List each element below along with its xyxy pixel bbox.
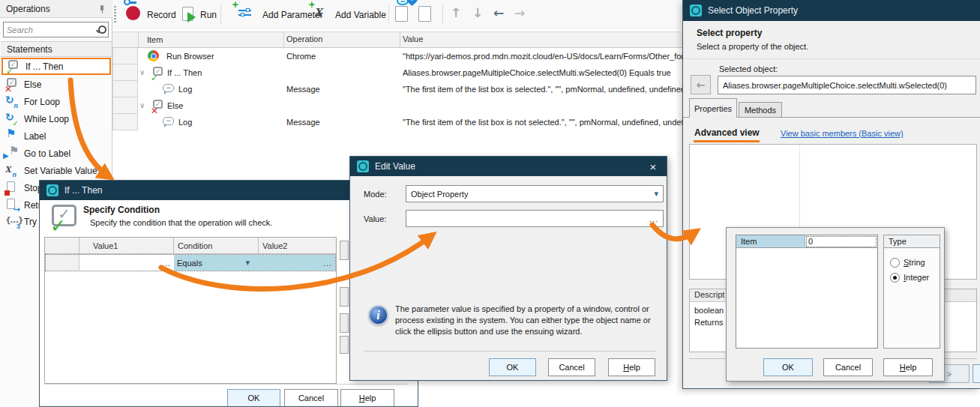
condition-grid: Value1 Condition Value2 ... Equals ... xyxy=(44,237,337,384)
basic-view-link[interactable]: View basic members (Basic view) xyxy=(781,129,904,138)
sidebar-item-go-to-label[interactable]: Go to Label xyxy=(1,145,111,162)
side-button-partial[interactable] xyxy=(340,287,349,307)
sidebar-item-else[interactable]: Else xyxy=(1,76,111,93)
radio-integer[interactable]: Integer xyxy=(890,273,929,283)
row-value: "https://yari-demos.prod.mdn.mozit.cloud… xyxy=(403,52,684,61)
chevron-down-icon[interactable] xyxy=(139,69,145,76)
sidebar-item-if-then[interactable]: If ... Then xyxy=(1,58,111,75)
condition-cell[interactable]: Equals xyxy=(174,255,259,271)
pin-icon[interactable] xyxy=(97,4,106,13)
row-operation: Message xyxy=(286,85,320,94)
add-variable-button[interactable]: Add Variable xyxy=(335,10,386,20)
item-value-cell[interactable]: 0 xyxy=(805,235,877,248)
side-button-partial[interactable] xyxy=(340,241,349,260)
move-up-icon[interactable]: ↑ xyxy=(451,5,461,20)
row-header-cell[interactable] xyxy=(112,114,138,130)
record-button[interactable]: Record xyxy=(147,10,176,20)
operation-gear-icon xyxy=(357,160,369,172)
help-button[interactable]: Help xyxy=(608,358,655,376)
radio-label: Integer xyxy=(904,273,929,282)
outdent-icon[interactable]: ← xyxy=(493,5,504,20)
statements-label: Statements xyxy=(7,44,52,55)
help-button[interactable]: Help xyxy=(883,358,933,376)
tab-methods[interactable]: Methods xyxy=(739,102,782,118)
column-divider xyxy=(400,31,400,48)
dialog-subheading: Select a property of the object. xyxy=(697,42,808,51)
chevron-down-icon[interactable] xyxy=(139,102,145,109)
app-root: Operations Search Statements If ... Then… xyxy=(0,0,980,407)
condition-header-value2[interactable]: Value2 xyxy=(259,238,336,254)
condition-header-blank xyxy=(45,238,79,254)
statements-section-header[interactable]: Statements xyxy=(1,41,112,57)
if-then-icon xyxy=(7,60,20,73)
column-item[interactable]: Item xyxy=(147,35,163,44)
button-label: Cancel xyxy=(559,363,584,372)
item-header-cell: Item xyxy=(736,235,805,248)
column-value[interactable]: Value xyxy=(403,34,423,43)
help-button[interactable]: Help xyxy=(340,389,394,407)
edit-value-dialog: Edit Value × Mode: Object Property Value… xyxy=(349,156,667,381)
radio-icon[interactable] xyxy=(890,258,900,268)
cancel-button[interactable]: Cancel xyxy=(823,358,873,376)
button-label: OK xyxy=(782,363,794,372)
try-icon xyxy=(5,215,19,228)
dialog-subheading: Specify the condition that the operation… xyxy=(90,218,272,227)
ellipsis-button[interactable]: ... xyxy=(649,214,658,223)
sidebar-item-label: Label xyxy=(24,131,46,142)
sidebar-item-label[interactable]: Label xyxy=(1,127,111,145)
value1-cell[interactable]: ... xyxy=(79,255,174,271)
ok-button[interactable]: OK xyxy=(227,389,280,407)
row-header-cell[interactable] xyxy=(112,48,138,64)
sidebar-item-set-variable-value[interactable]: Set Variable Value xyxy=(1,162,111,179)
params-popup: Item 0 Type String Integer OK Cancel Hel… xyxy=(726,227,945,382)
value-input[interactable]: ... xyxy=(406,210,664,227)
row-header-cell[interactable] xyxy=(112,97,138,114)
button-partial[interactable] xyxy=(973,364,980,383)
tab-label: Properties xyxy=(694,104,732,113)
condition-header-value1[interactable]: Value1 xyxy=(79,238,174,254)
button-label: OK xyxy=(507,363,519,372)
add-parameter-button[interactable]: Add Parameter xyxy=(262,10,323,20)
radio-selected-icon[interactable] xyxy=(890,273,900,283)
selected-object-input[interactable]: Aliases.browser.pageMultipleChoice.selec… xyxy=(718,76,976,94)
row-operation: Message xyxy=(286,118,320,127)
dialog-divider xyxy=(683,58,980,59)
sidebar-item-while-loop[interactable]: While Loop xyxy=(1,110,111,127)
side-button-partial[interactable] xyxy=(340,313,349,333)
button-label: Help xyxy=(623,363,640,372)
search-input[interactable]: Search xyxy=(3,22,109,37)
ok-button[interactable]: OK xyxy=(489,358,536,376)
button-label: Cancel xyxy=(835,363,861,372)
row-header-cell[interactable] xyxy=(112,81,138,97)
params-item-grid: Item 0 xyxy=(736,235,878,349)
move-down-icon[interactable]: ↓ xyxy=(472,5,483,20)
search-icon[interactable] xyxy=(95,25,105,34)
header-label: Condition xyxy=(178,241,212,250)
cancel-button[interactable]: Cancel xyxy=(548,358,595,376)
condition-header-condition[interactable]: Condition xyxy=(174,238,259,254)
chevron-down-icon[interactable] xyxy=(245,258,250,268)
chevron-down-icon[interactable] xyxy=(654,189,658,199)
toolbar-grip[interactable] xyxy=(114,6,116,24)
button-label: > xyxy=(947,370,952,379)
label-icon xyxy=(5,130,19,142)
radio-string[interactable]: String xyxy=(890,258,925,268)
condition-row[interactable]: ... Equals ... xyxy=(46,255,335,271)
sidebar-item-for-loop[interactable]: For Loop xyxy=(1,93,111,110)
back-button[interactable] xyxy=(691,75,711,94)
value2-cell[interactable]: ... xyxy=(259,255,335,271)
ellipsis-button[interactable]: ... xyxy=(162,259,171,268)
ok-button[interactable]: OK xyxy=(763,358,813,376)
column-operation[interactable]: Operation xyxy=(286,34,322,43)
close-icon[interactable]: × xyxy=(646,160,660,173)
mode-dropdown[interactable]: Object Property xyxy=(406,185,664,202)
sidebar-item-label: Set Variable Value xyxy=(24,166,97,176)
ellipsis-button[interactable]: ... xyxy=(323,259,332,268)
side-button-partial[interactable] xyxy=(340,336,349,354)
indent-icon[interactable]: → xyxy=(514,5,525,20)
run-button[interactable]: Run xyxy=(200,10,217,20)
tab-properties[interactable]: Properties xyxy=(689,98,737,118)
row-header-cell[interactable] xyxy=(112,64,138,81)
row-value: "The first item of the list box is selec… xyxy=(403,85,688,94)
cancel-button[interactable]: Cancel xyxy=(284,389,338,407)
